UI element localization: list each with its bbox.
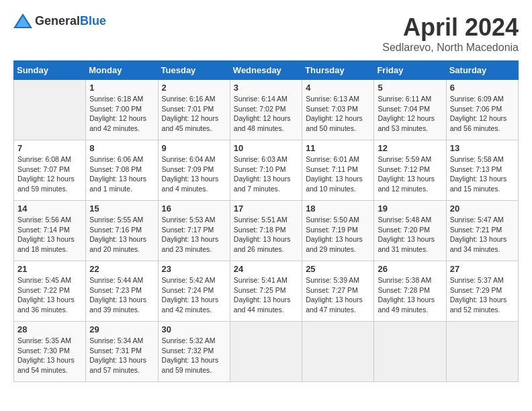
calendar-cell: 17Sunrise: 5:51 AMSunset: 7:18 PMDayligh…	[230, 201, 302, 261]
calendar-cell	[374, 322, 446, 382]
day-number: 16	[162, 203, 226, 214]
day-of-week-header: Monday	[86, 61, 158, 80]
day-number: 19	[378, 203, 442, 214]
day-info: Sunrise: 6:13 AMSunset: 7:03 PMDaylight:…	[306, 94, 370, 134]
day-info: Sunrise: 6:03 AMSunset: 7:10 PMDaylight:…	[234, 154, 298, 194]
title-block: April 2024 Sedlarevo, North Macedonia	[382, 13, 519, 54]
day-number: 13	[450, 143, 515, 153]
calendar-cell: 12Sunrise: 5:59 AMSunset: 7:12 PMDayligh…	[374, 140, 446, 201]
day-info: Sunrise: 5:51 AMSunset: 7:18 PMDaylight:…	[234, 215, 298, 255]
day-number: 4	[306, 83, 370, 93]
day-number: 24	[234, 264, 298, 274]
day-info: Sunrise: 6:04 AMSunset: 7:09 PMDaylight:…	[162, 154, 226, 194]
day-info: Sunrise: 5:44 AMSunset: 7:23 PMDaylight:…	[89, 275, 154, 315]
day-info: Sunrise: 5:59 AMSunset: 7:12 PMDaylight:…	[378, 154, 442, 194]
calendar-cell: 11Sunrise: 6:01 AMSunset: 7:11 PMDayligh…	[302, 140, 374, 201]
calendar-cell: 24Sunrise: 5:41 AMSunset: 7:25 PMDayligh…	[230, 261, 302, 322]
day-number: 5	[378, 83, 442, 93]
day-number: 23	[162, 264, 226, 274]
calendar-cell: 16Sunrise: 5:53 AMSunset: 7:17 PMDayligh…	[158, 201, 230, 261]
calendar-cell: 30Sunrise: 5:32 AMSunset: 7:32 PMDayligh…	[158, 322, 230, 382]
calendar-cell: 23Sunrise: 5:42 AMSunset: 7:24 PMDayligh…	[158, 261, 230, 322]
calendar-cell: 21Sunrise: 5:45 AMSunset: 7:22 PMDayligh…	[14, 261, 86, 322]
calendar-cell: 9Sunrise: 6:04 AMSunset: 7:09 PMDaylight…	[158, 140, 230, 201]
day-number: 14	[17, 203, 82, 214]
day-number: 18	[306, 203, 370, 214]
calendar-cell: 22Sunrise: 5:44 AMSunset: 7:23 PMDayligh…	[86, 261, 158, 322]
day-number: 2	[162, 83, 226, 93]
day-info: Sunrise: 6:18 AMSunset: 7:00 PMDaylight:…	[89, 94, 154, 134]
calendar-cell: 6Sunrise: 6:09 AMSunset: 7:06 PMDaylight…	[446, 80, 518, 140]
day-info: Sunrise: 5:45 AMSunset: 7:22 PMDaylight:…	[17, 275, 82, 315]
day-info: Sunrise: 6:11 AMSunset: 7:04 PMDaylight:…	[378, 94, 442, 134]
day-number: 21	[17, 264, 82, 274]
calendar-cell: 10Sunrise: 6:03 AMSunset: 7:10 PMDayligh…	[230, 140, 302, 201]
day-info: Sunrise: 6:06 AMSunset: 7:08 PMDaylight:…	[89, 154, 154, 194]
calendar-cell: 1Sunrise: 6:18 AMSunset: 7:00 PMDaylight…	[86, 80, 158, 140]
day-of-week-header: Wednesday	[230, 61, 302, 80]
day-info: Sunrise: 5:47 AMSunset: 7:21 PMDaylight:…	[450, 215, 515, 255]
day-info: Sunrise: 6:01 AMSunset: 7:11 PMDaylight:…	[306, 154, 370, 194]
page-header: GeneralBlue April 2024 Sedlarevo, North …	[13, 13, 519, 54]
day-of-week-header: Sunday	[14, 61, 86, 80]
day-number: 9	[162, 143, 226, 153]
day-of-week-header: Saturday	[446, 61, 518, 80]
day-of-week-header: Tuesday	[158, 61, 230, 80]
day-number: 22	[89, 264, 154, 274]
calendar-table: SundayMondayTuesdayWednesdayThursdayFrid…	[13, 60, 519, 382]
day-number: 10	[234, 143, 298, 153]
day-number: 6	[450, 83, 515, 93]
day-info: Sunrise: 5:58 AMSunset: 7:13 PMDaylight:…	[450, 154, 515, 194]
calendar-cell: 18Sunrise: 5:50 AMSunset: 7:19 PMDayligh…	[302, 201, 374, 261]
day-number: 20	[450, 203, 515, 214]
calendar-cell	[14, 80, 86, 140]
day-number: 1	[89, 83, 154, 93]
calendar-cell: 29Sunrise: 5:34 AMSunset: 7:31 PMDayligh…	[86, 322, 158, 382]
day-number: 25	[306, 264, 370, 274]
day-info: Sunrise: 6:09 AMSunset: 7:06 PMDaylight:…	[450, 94, 515, 134]
calendar-week-row: 28Sunrise: 5:35 AMSunset: 7:30 PMDayligh…	[14, 322, 519, 382]
day-number: 8	[89, 143, 154, 153]
day-info: Sunrise: 5:32 AMSunset: 7:32 PMDaylight:…	[162, 336, 226, 375]
calendar-cell	[446, 322, 518, 382]
calendar-cell: 2Sunrise: 6:16 AMSunset: 7:01 PMDaylight…	[158, 80, 230, 140]
calendar-header-row: SundayMondayTuesdayWednesdayThursdayFrid…	[14, 61, 519, 80]
logo-icon	[13, 13, 32, 28]
calendar-cell: 8Sunrise: 6:06 AMSunset: 7:08 PMDaylight…	[86, 140, 158, 201]
calendar-cell: 14Sunrise: 5:56 AMSunset: 7:14 PMDayligh…	[14, 201, 86, 261]
logo: GeneralBlue	[13, 13, 106, 28]
day-number: 17	[234, 203, 298, 214]
logo-blue-text: Blue	[80, 14, 106, 28]
day-info: Sunrise: 6:08 AMSunset: 7:07 PMDaylight:…	[17, 154, 82, 194]
calendar-week-row: 7Sunrise: 6:08 AMSunset: 7:07 PMDaylight…	[14, 140, 519, 201]
calendar-body: 1Sunrise: 6:18 AMSunset: 7:00 PMDaylight…	[14, 80, 519, 382]
day-number: 12	[378, 143, 442, 153]
day-info: Sunrise: 5:50 AMSunset: 7:19 PMDaylight:…	[306, 215, 370, 255]
calendar-cell: 26Sunrise: 5:38 AMSunset: 7:28 PMDayligh…	[374, 261, 446, 322]
day-number: 11	[306, 143, 370, 153]
day-of-week-header: Friday	[374, 61, 446, 80]
calendar-cell	[230, 322, 302, 382]
day-info: Sunrise: 5:34 AMSunset: 7:31 PMDaylight:…	[89, 336, 154, 375]
day-info: Sunrise: 5:48 AMSunset: 7:20 PMDaylight:…	[378, 215, 442, 255]
calendar-cell: 28Sunrise: 5:35 AMSunset: 7:30 PMDayligh…	[14, 322, 86, 382]
calendar-cell: 4Sunrise: 6:13 AMSunset: 7:03 PMDaylight…	[302, 80, 374, 140]
calendar-week-row: 21Sunrise: 5:45 AMSunset: 7:22 PMDayligh…	[14, 261, 519, 322]
calendar-cell: 15Sunrise: 5:55 AMSunset: 7:16 PMDayligh…	[86, 201, 158, 261]
day-info: Sunrise: 5:56 AMSunset: 7:14 PMDaylight:…	[17, 215, 82, 255]
day-number: 29	[89, 324, 154, 334]
calendar-cell: 5Sunrise: 6:11 AMSunset: 7:04 PMDaylight…	[374, 80, 446, 140]
day-of-week-header: Thursday	[302, 61, 374, 80]
calendar-cell: 19Sunrise: 5:48 AMSunset: 7:20 PMDayligh…	[374, 201, 446, 261]
day-number: 3	[234, 83, 298, 93]
day-number: 15	[89, 203, 154, 214]
day-info: Sunrise: 5:42 AMSunset: 7:24 PMDaylight:…	[162, 275, 226, 315]
day-info: Sunrise: 5:35 AMSunset: 7:30 PMDaylight:…	[17, 336, 82, 375]
calendar-cell: 7Sunrise: 6:08 AMSunset: 7:07 PMDaylight…	[14, 140, 86, 201]
calendar-week-row: 14Sunrise: 5:56 AMSunset: 7:14 PMDayligh…	[14, 201, 519, 261]
day-info: Sunrise: 5:41 AMSunset: 7:25 PMDaylight:…	[234, 275, 298, 315]
day-number: 26	[378, 264, 442, 274]
calendar-cell	[302, 322, 374, 382]
day-info: Sunrise: 5:37 AMSunset: 7:29 PMDaylight:…	[450, 275, 515, 315]
calendar-cell: 13Sunrise: 5:58 AMSunset: 7:13 PMDayligh…	[446, 140, 518, 201]
